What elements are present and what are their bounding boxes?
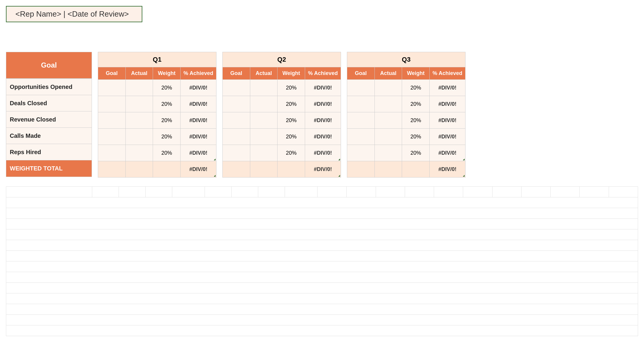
q2-r2-achieved: #DIV/0! (305, 96, 341, 112)
q2-r4-actual[interactable] (250, 129, 278, 145)
q1-row-3: 20% #DIV/0! (98, 112, 216, 129)
grid-row (6, 240, 638, 251)
q1-section: Q1 Goal Actual Weight % Achieved 20% #DI… (98, 52, 216, 178)
grid-row (6, 315, 638, 325)
q2-r1-goal[interactable] (223, 80, 250, 96)
q3-r2-goal[interactable] (347, 96, 375, 112)
grid-cell[interactable] (285, 187, 318, 197)
q1-r2-goal[interactable] (98, 96, 126, 112)
q3-total-row: #DIV/0! (347, 161, 466, 178)
q3-r2-actual[interactable] (374, 96, 402, 112)
q2-total-actual (250, 161, 278, 178)
q2-r4-goal[interactable] (223, 129, 250, 145)
q3-r3-weight[interactable]: 20% (402, 112, 430, 129)
q1-r4-actual[interactable] (125, 129, 153, 145)
q3-r1-goal[interactable] (347, 80, 375, 96)
grid-cell[interactable] (609, 187, 638, 197)
q3-r3-goal[interactable] (347, 112, 375, 129)
q2-r3-goal[interactable] (223, 112, 250, 129)
q3-r1-actual[interactable] (374, 80, 402, 96)
q3-r5-actual[interactable] (374, 145, 402, 161)
grid-cell[interactable] (347, 187, 376, 197)
q3-r4-weight[interactable]: 20% (402, 129, 430, 145)
q2-total-weight (278, 161, 305, 178)
grid-cell[interactable] (232, 187, 258, 197)
q2-r5-goal[interactable] (223, 145, 250, 161)
q2-row-1: 20% #DIV/0! (223, 80, 341, 96)
q1-r1-actual[interactable] (125, 80, 153, 96)
grid-cell[interactable] (92, 187, 119, 197)
q2-r3-weight[interactable]: 20% (278, 112, 305, 129)
title-cell[interactable]: <Rep Name> | <Date of Review> (6, 6, 142, 22)
grid-cell[interactable] (405, 187, 434, 197)
grid-cell[interactable] (434, 187, 463, 197)
q1-r5-weight[interactable]: 20% (153, 145, 181, 161)
q2-r1-actual[interactable] (250, 80, 278, 96)
q1-r3-achieved: #DIV/0! (181, 112, 216, 129)
grid-cell[interactable] (146, 187, 172, 197)
q2-row-5: 20% #DIV/0! (223, 145, 341, 161)
goal-row-calls: Calls Made (6, 128, 92, 144)
grid-row (6, 261, 638, 272)
q3-r5-weight[interactable]: 20% (402, 145, 430, 161)
q2-r1-weight[interactable]: 20% (278, 80, 305, 96)
grid-cell[interactable] (551, 187, 580, 197)
grid-cell[interactable] (172, 187, 205, 197)
q3-r3-achieved: #DIV/0! (430, 112, 466, 129)
q2-r3-achieved: #DIV/0! (305, 112, 341, 129)
grid-cell[interactable] (580, 187, 609, 197)
q2-header-weight: Weight (278, 67, 305, 80)
grid-table (6, 186, 638, 336)
grid-cell[interactable] (521, 187, 550, 197)
grid-cell[interactable] (119, 187, 146, 197)
goal-row-opportunities: Opportunities Opened (6, 79, 92, 95)
q1-r3-weight[interactable]: 20% (153, 112, 181, 129)
q2-r3-actual[interactable] (250, 112, 278, 129)
q3-r4-goal[interactable] (347, 129, 375, 145)
q3-r4-actual[interactable] (374, 129, 402, 145)
q1-r1-goal[interactable] (98, 80, 126, 96)
q1-title: Q1 (98, 52, 216, 67)
q3-header-achieved: % Achieved (430, 67, 466, 80)
q2-r5-weight[interactable]: 20% (278, 145, 305, 161)
q3-header-row: Goal Actual Weight % Achieved (347, 67, 466, 80)
q3-r2-weight[interactable]: 20% (402, 96, 430, 112)
q1-r3-actual[interactable] (125, 112, 153, 129)
q3-section: Q3 Goal Actual Weight % Achieved 20% #DI… (347, 52, 466, 178)
q2-r2-actual[interactable] (250, 96, 278, 112)
q3-total-actual (374, 161, 402, 178)
grid-cell[interactable] (492, 187, 521, 197)
q2-r2-goal[interactable] (223, 96, 250, 112)
q3-row-1: 20% #DIV/0! (347, 80, 466, 96)
grid-cell[interactable] (463, 187, 492, 197)
q1-r2-actual[interactable] (125, 96, 153, 112)
q1-r1-weight[interactable]: 20% (153, 80, 181, 96)
q2-r4-weight[interactable]: 20% (278, 129, 305, 145)
q3-r1-weight[interactable]: 20% (402, 80, 430, 96)
q3-row-3: 20% #DIV/0! (347, 112, 466, 129)
q1-r4-weight[interactable]: 20% (153, 129, 181, 145)
q2-r5-actual[interactable] (250, 145, 278, 161)
grid-row (6, 219, 638, 229)
grid-row (6, 293, 638, 304)
q3-total-achieved: #DIV/0! (430, 161, 466, 178)
q3-r5-goal[interactable] (347, 145, 375, 161)
grid-cell[interactable] (205, 187, 232, 197)
q3-r1-achieved: #DIV/0! (430, 80, 466, 96)
grid-cell[interactable] (6, 187, 92, 197)
q1-r4-goal[interactable] (98, 129, 126, 145)
q1-r2-weight[interactable]: 20% (153, 96, 181, 112)
q1-r5-actual[interactable] (125, 145, 153, 161)
q3-r5-achieved: #DIV/0! (430, 145, 466, 161)
grid-cell[interactable] (318, 187, 347, 197)
grid-row (6, 272, 638, 283)
q1-total-actual (125, 161, 153, 178)
grid-cell[interactable] (376, 187, 405, 197)
q2-r2-weight[interactable]: 20% (278, 96, 305, 112)
q3-r3-actual[interactable] (374, 112, 402, 129)
q1-r3-goal[interactable] (98, 112, 126, 129)
grid-row (6, 251, 638, 261)
q3-row-4: 20% #DIV/0! (347, 129, 466, 145)
q1-r5-goal[interactable] (98, 145, 126, 161)
grid-cell[interactable] (258, 187, 285, 197)
